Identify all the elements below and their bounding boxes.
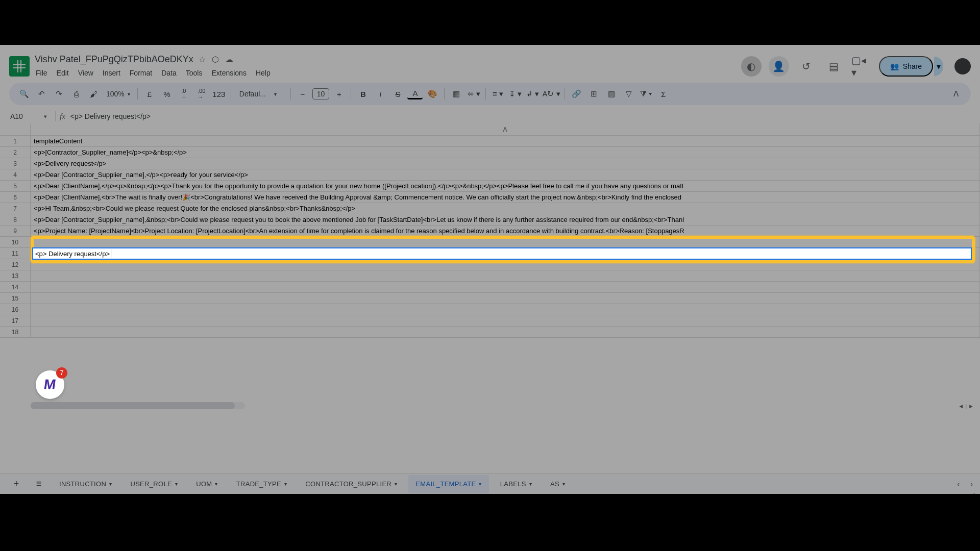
increase-decimal-button[interactable]: .00→ [194, 86, 209, 102]
currency-button[interactable]: £ [142, 86, 157, 102]
table-row[interactable]: 10 [0, 237, 980, 248]
row-header[interactable]: 2 [0, 147, 31, 158]
text-color-button[interactable]: A [407, 88, 423, 99]
menu-view[interactable]: View [74, 67, 97, 79]
table-row[interactable]: 4<p>Dear [Contractor_Supplier_name],</p>… [0, 169, 980, 181]
cell[interactable]: <p>Hi Team,&nbsp;<br>Could we please req… [31, 203, 980, 214]
table-row[interactable]: 14 [0, 282, 980, 293]
row-header[interactable]: 1 [0, 136, 31, 146]
cell[interactable]: <p>Delivery request</p> [31, 158, 980, 169]
paint-format-button[interactable]: 🖌 [86, 86, 101, 102]
table-row[interactable]: 9<p>Project Name: [ProjectName]<br>Proje… [0, 226, 980, 237]
menu-format[interactable]: Format [126, 67, 156, 79]
print-button[interactable]: ⎙ [68, 86, 84, 102]
cell[interactable]: <p>Dear [ClientName],</p><p>&nbsp;</p><p… [31, 181, 980, 191]
tab-scroll-left[interactable]: ‹ [957, 480, 960, 489]
more-formats-button[interactable]: 123 [211, 86, 227, 102]
row-header[interactable]: 11 [0, 248, 31, 259]
chart-button[interactable]: ▥ [604, 86, 619, 102]
row-header[interactable]: 15 [0, 293, 31, 304]
menu-edit[interactable]: Edit [53, 67, 73, 79]
cell[interactable]: <p>Dear [Contractor_Supplier_name],&nbsp… [31, 214, 980, 225]
comment-button[interactable]: ⊞ [586, 86, 602, 102]
chevron-down-icon[interactable]: ▾ [215, 481, 217, 487]
extension-badge[interactable]: M 7 [36, 370, 64, 399]
cell[interactable] [31, 259, 980, 270]
sheet-tab[interactable]: USER_ROLE▾ [123, 475, 185, 493]
presence-icon[interactable]: ◐ [741, 56, 762, 77]
percent-button[interactable]: % [159, 86, 175, 102]
rotate-button[interactable]: A↻ ▾ [542, 86, 560, 102]
sheets-logo[interactable] [9, 56, 30, 77]
row-header[interactable]: 4 [0, 169, 31, 180]
sheet-tab[interactable]: UOM▾ [189, 475, 225, 493]
row-header[interactable]: 7 [0, 203, 31, 214]
share-button[interactable]: 👥 Share [879, 56, 933, 77]
cell[interactable]: <p>Project Name: [ProjectName]<br>Projec… [31, 226, 980, 236]
column-header-a[interactable]: A [31, 123, 980, 135]
table-row[interactable]: 12 [0, 259, 980, 270]
menu-tools[interactable]: Tools [182, 67, 207, 79]
borders-button[interactable]: ▦ [449, 86, 464, 102]
font-select[interactable]: Defaul...▾ [235, 90, 286, 98]
table-row[interactable]: 2<p>[Contractor_Supplier_name]</p><p>&nb… [0, 147, 980, 158]
link-button[interactable]: 🔗 [569, 86, 584, 102]
sheet-tab[interactable]: EMAIL_TEMPLATE▾ [408, 475, 488, 493]
chevron-down-icon[interactable]: ▾ [479, 481, 481, 487]
select-all-corner[interactable] [0, 123, 31, 135]
row-header[interactable]: 10 [0, 237, 31, 247]
cell-a10-editing[interactable]: <p> Delivery request</p> [32, 247, 972, 260]
italic-button[interactable]: I [373, 86, 388, 102]
collapse-toolbar-button[interactable]: ᐱ [948, 86, 964, 102]
sheet-tab[interactable]: INSTRUCTION▾ [52, 475, 119, 493]
formula-bar[interactable]: <p> Delivery request</p> [70, 112, 151, 120]
row-header[interactable]: 16 [0, 304, 31, 315]
row-header[interactable]: 17 [0, 315, 31, 326]
chevron-down-icon[interactable]: ▾ [284, 481, 287, 487]
star-icon[interactable]: ☆ [199, 55, 206, 64]
cell[interactable]: <p>Dear [Contractor_Supplier_name],</p><… [31, 169, 980, 180]
menu-insert[interactable]: Insert [99, 67, 125, 79]
decrease-font-button[interactable]: − [295, 86, 310, 102]
row-header[interactable]: 9 [0, 226, 31, 236]
wrap-button[interactable]: ↲ ▾ [525, 86, 540, 102]
cell[interactable]: <p>Dear [ClientName],<br>The wait is fin… [31, 192, 980, 203]
chevron-down-icon[interactable]: ▾ [562, 481, 565, 487]
horizontal-scrollbar[interactable] [31, 402, 245, 409]
decrease-decimal-button[interactable]: .0← [177, 86, 192, 102]
table-row[interactable]: 7<p>Hi Team,&nbsp;<br>Could we please re… [0, 203, 980, 214]
bold-button[interactable]: B [355, 86, 371, 102]
chevron-down-icon[interactable]: ▾ [175, 481, 178, 487]
move-icon[interactable]: ⬡ [212, 55, 219, 64]
sheet-tab[interactable]: TRADE_TYPE▾ [229, 475, 295, 493]
chevron-down-icon[interactable]: ▾ [109, 481, 112, 487]
cloud-saved-icon[interactable]: ☁ [225, 55, 233, 64]
cell[interactable] [31, 270, 980, 281]
cell[interactable]: <p>[Contractor_Supplier_name]</p><p>&nbs… [31, 147, 980, 158]
sheet-tab[interactable]: AS▾ [543, 475, 572, 493]
all-sheets-button[interactable]: ≡ [30, 475, 48, 493]
spreadsheet-grid[interactable]: A 1templateContent2<p>[Contractor_Suppli… [0, 123, 980, 430]
table-row[interactable]: 8<p>Dear [Contractor_Supplier_name],&nbs… [0, 214, 980, 226]
row-header[interactable]: 13 [0, 270, 31, 281]
functions-button[interactable]: Σ [656, 86, 671, 102]
menu-help[interactable]: Help [252, 67, 275, 79]
sheet-nav-arrows[interactable]: ◄ | ► [958, 403, 974, 409]
filter-views-button[interactable]: ⧩ ▾ [639, 86, 654, 102]
history-icon[interactable]: ↺ [796, 56, 817, 77]
increase-font-button[interactable]: + [331, 86, 347, 102]
zoom-select[interactable]: 100% ▾ [103, 90, 133, 98]
row-header[interactable]: 12 [0, 259, 31, 270]
merge-button[interactable]: ⬄ ▾ [466, 86, 481, 102]
cell[interactable] [31, 237, 980, 247]
share-dropdown[interactable]: ▾ [934, 57, 943, 76]
row-header[interactable]: 5 [0, 181, 31, 191]
menu-data[interactable]: Data [157, 67, 181, 79]
row-header[interactable]: 14 [0, 282, 31, 292]
cell[interactable] [31, 315, 980, 326]
row-header[interactable]: 18 [0, 327, 31, 337]
cell[interactable] [31, 304, 980, 315]
comments-icon[interactable]: ▤ [824, 56, 844, 77]
font-size-input[interactable]: 10 [312, 88, 330, 99]
search-menu-icon[interactable]: 🔍 [16, 86, 32, 102]
